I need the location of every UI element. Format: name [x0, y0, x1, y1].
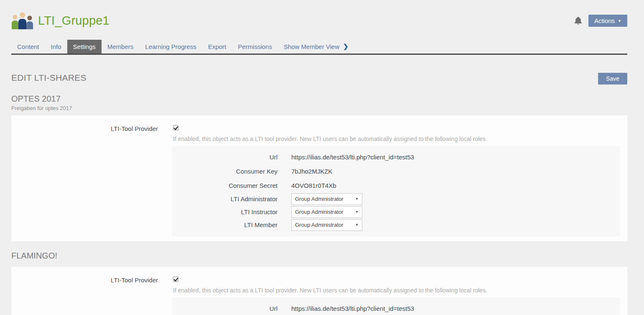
provider-label: LTI-Tool Provider: [11, 125, 158, 132]
provider-control: If enabled, this object acts as a LTI to…: [158, 125, 627, 142]
actions-button[interactable]: Actions ▼: [588, 15, 627, 27]
page: LTI_Gruppe1 Actions ▼: [0, 11, 644, 30]
lti-instructor-label: LTI Instructor: [172, 208, 277, 215]
caret-down-icon: ▼: [355, 223, 359, 227]
provider-label: LTI-Tool Provider: [11, 276, 158, 284]
form-row-provider: LTI-Tool Provider If enabled, this objec…: [11, 125, 627, 142]
tab-members[interactable]: Members: [102, 40, 140, 54]
caret-down-icon: ▼: [618, 19, 621, 23]
tab-learning-progress[interactable]: Learning Progress: [139, 40, 202, 54]
page-head: EDIT LTI-SHARES Save: [11, 73, 627, 85]
lti-instructor-select[interactable]: Group Administrator ▼: [291, 206, 362, 218]
consumer-secret-value: 4OVO81r0T4Xb: [277, 182, 336, 189]
provider-info-text: If enabled, this object acts as a LTI to…: [173, 136, 627, 142]
group-members-icon: [11, 12, 34, 29]
form-panel-flamingo: LTI-Tool Provider If enabled, this objec…: [11, 267, 627, 315]
tab-settings[interactable]: Settings: [67, 40, 102, 54]
lti-subform: Url https://ilias.de/test53/lti.php?clie…: [172, 146, 620, 236]
save-button[interactable]: Save: [598, 73, 627, 85]
tab-permissions[interactable]: Permissions: [232, 40, 278, 54]
field-row-consumer-key: Consumer Key 7bJho2MJKZK: [172, 164, 620, 178]
tab-export[interactable]: Export: [202, 40, 232, 54]
tab-show-member-view-label: Show Member View: [284, 43, 339, 50]
page-title: LTI_Gruppe1: [38, 14, 109, 28]
consumer-secret-label: Consumer Secret: [172, 182, 277, 189]
caret-down-icon: ▼: [355, 210, 359, 214]
url-value: https://ilias.de/test53/lti.php?client_i…: [277, 154, 414, 161]
lti-administrator-select-value: Group Administrator: [295, 196, 344, 202]
chevron-right-icon: ❯: [343, 43, 349, 50]
caret-down-icon: ▼: [355, 197, 359, 201]
tab-info[interactable]: Info: [45, 40, 67, 54]
lti-member-select[interactable]: Group Administrator ▼: [291, 219, 362, 231]
lti-subform: Url https://ilias.de/test53/lti.php?clie…: [172, 297, 620, 315]
lti-instructor-select-value: Group Administrator: [295, 209, 344, 215]
header: LTI_Gruppe1 Actions ▼: [11, 11, 627, 30]
notification-bell-icon[interactable]: [574, 16, 582, 25]
url-value: https://ilias.de/test53/lti.php?client_i…: [277, 305, 414, 312]
form-row-provider: LTI-Tool Provider If enabled, this objec…: [11, 276, 627, 294]
lti-provider-checkbox[interactable]: [173, 125, 178, 131]
role-row-administrator: LTI Administrator Group Administrator ▼: [172, 192, 620, 205]
provider-control: If enabled, this object acts as a LTI to…: [158, 276, 627, 294]
form-panel-optes: LTI-Tool Provider If enabled, this objec…: [11, 115, 627, 241]
lti-provider-checkbox[interactable]: [173, 277, 178, 282]
role-row-member: LTI Member Group Administrator ▼: [172, 218, 620, 231]
tab-bar: Content Info Settings Members Learning P…: [11, 39, 627, 55]
provider-info-text: If enabled, this object acts as a LTI to…: [173, 287, 627, 294]
section-title-optes: OPTES 2017: [11, 94, 627, 104]
actions-button-label: Actions: [594, 17, 615, 24]
consumer-key-label: Consumer Key: [172, 168, 277, 175]
field-row-consumer-secret: Consumer Secret 4OVO81r0T4Xb: [172, 178, 620, 192]
field-row-url: Url https://ilias.de/test53/lti.php?clie…: [172, 150, 620, 164]
header-actions-area: Actions ▼: [574, 15, 627, 27]
lti-member-label: LTI Member: [172, 221, 277, 228]
url-label: Url: [172, 154, 277, 161]
url-label: Url: [172, 305, 277, 312]
consumer-key-value: 7bJho2MJKZK: [277, 168, 332, 175]
lti-member-select-value: Group Administrator: [295, 222, 344, 228]
field-row-url: Url https://ilias.de/test53/lti.php?clie…: [172, 301, 620, 315]
tab-show-member-view[interactable]: Show Member View ❯: [278, 39, 354, 54]
lti-administrator-select[interactable]: Group Administrator ▼: [291, 193, 362, 205]
lti-administrator-label: LTI Administrator: [172, 195, 277, 202]
section-subtitle-optes: Freigaben für optes 2017: [11, 105, 627, 111]
form-heading: EDIT LTI-SHARES: [11, 73, 87, 83]
section-title-flamingo: FLAMINGO!: [11, 251, 627, 261]
role-row-instructor: LTI Instructor Group Administrator ▼: [172, 205, 620, 218]
tab-content[interactable]: Content: [11, 40, 45, 54]
